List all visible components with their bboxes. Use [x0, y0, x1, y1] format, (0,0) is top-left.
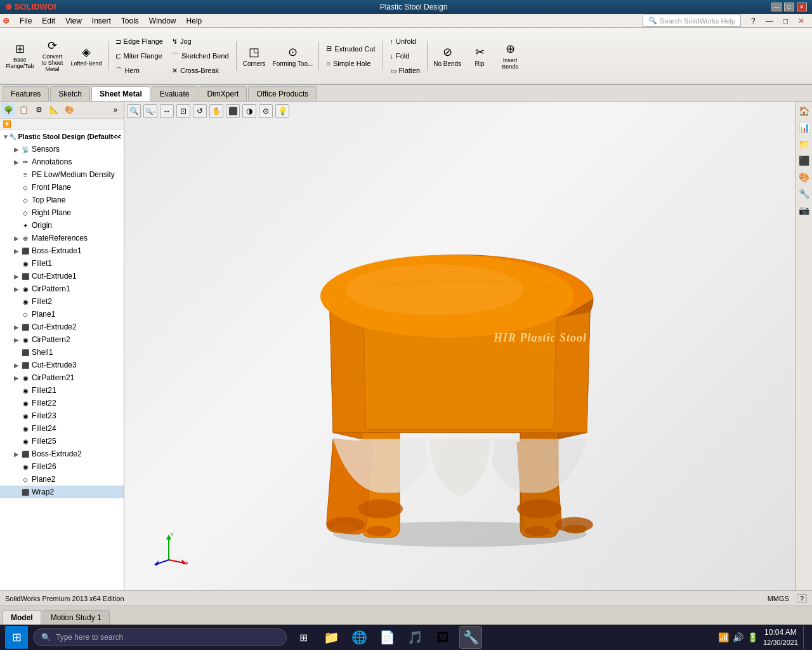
config-manager-btn[interactable]: ⚙ [32, 103, 46, 117]
tree-item-plane2[interactable]: ◇ Plane2 [0, 473, 124, 486]
tab-dimxpert[interactable]: DimXpert [199, 86, 247, 101]
start-button[interactable]: ⊞ [5, 626, 28, 649]
zoom-in-btn[interactable]: 🔍 [127, 104, 141, 118]
tree-item-wrap2[interactable]: ⬛ Wrap2 [0, 486, 124, 498]
rotate-btn[interactable]: ↺ [193, 104, 207, 118]
menu-insert[interactable]: Insert [87, 15, 116, 27]
insert-bends-btn[interactable]: ⊕ InsertBends [495, 39, 525, 72]
3d-viewport[interactable]: 🔍 🔍- ↔ ⊡ ↺ ✋ ⬛ ◑ ⊙ 💡 [124, 102, 796, 590]
tree-item-fillet25[interactable]: ◉ Fillet25 [0, 435, 124, 448]
menu-window[interactable]: Window [144, 15, 181, 27]
tree-item-top-plane[interactable]: ◇ Top Plane [0, 194, 124, 206]
menu-help[interactable]: Help [181, 15, 207, 27]
close-btn[interactable]: ✕ [797, 3, 807, 11]
tab-motion-study-1[interactable]: Motion Study 1 [43, 610, 110, 625]
tree-item-cirpattern2[interactable]: ▶ ◉ CirPattern2 [0, 333, 124, 346]
flatten-btn[interactable]: ▭ Flatten [386, 63, 425, 77]
taskbar-search[interactable]: 🔍 Type here to search [33, 628, 287, 646]
dim-xpert-btn[interactable]: 📐 [47, 103, 61, 117]
zoom-area-btn[interactable]: ⊡ [176, 104, 190, 118]
lofted-bend-btn[interactable]: ◈ Lofted-Bend [68, 39, 105, 72]
folder-btn[interactable]: 📁 [797, 137, 811, 151]
cross-break-btn[interactable]: ✕ Cross-Break [167, 63, 233, 77]
jog-btn[interactable]: ↯ Jog [167, 34, 233, 48]
show-desktop-btn[interactable] [803, 626, 807, 649]
tree-item-materefs[interactable]: ▶ ⊕ MateReferences [0, 232, 124, 244]
tree-item-fillet1[interactable]: ◉ Fillet1 [0, 257, 124, 270]
edge-flange-btn[interactable]: ⊐ Edge Flange [111, 34, 167, 48]
taskbar-app-music[interactable]: 🎵 [403, 626, 426, 649]
task-view-btn[interactable]: ⊞ [292, 626, 315, 649]
scene-btn[interactable]: ⬛ [797, 154, 811, 168]
taskbar-app-solidworks[interactable]: 🔧 [459, 626, 482, 649]
tree-item-fillet21[interactable]: ◉ Fillet21 [0, 384, 124, 397]
tree-item-sensors[interactable]: ▶ 📡 Sensors [0, 143, 124, 156]
maximize-btn[interactable]: □ [784, 3, 794, 11]
pan-btn[interactable]: ✋ [209, 104, 223, 118]
extruded-cut-btn[interactable]: ⊟ Extruded Cut [322, 42, 379, 56]
tree-item-shell1[interactable]: ⬛ Shell1 [0, 346, 124, 359]
view-orientation-btn[interactable]: ⬛ [226, 104, 240, 118]
taskbar-app-acrobat[interactable]: 📄 [376, 626, 398, 649]
tab-model[interactable]: Model [3, 610, 41, 625]
tab-office-products[interactable]: Office Products [248, 86, 317, 101]
help-btn[interactable]: ? [746, 15, 761, 27]
render-btn[interactable]: 🎨 [797, 170, 811, 184]
network-icon[interactable]: 📶 [718, 632, 729, 642]
tree-item-origin[interactable]: ✦ Origin [0, 219, 124, 232]
tree-item-front-plane[interactable]: ◇ Front Plane [0, 181, 124, 194]
tree-item-cut-extrude2[interactable]: ▶ ⬛ Cut-Extrude2 [0, 321, 124, 333]
no-bends-btn[interactable]: ⊘ No Bends [430, 39, 464, 72]
tree-item-fillet26[interactable]: ◉ Fillet26 [0, 460, 124, 473]
win-min[interactable]: — [761, 15, 778, 27]
rip-btn[interactable]: ✂ Rip [464, 39, 495, 72]
cameras-btn[interactable]: 📷 [797, 203, 811, 217]
menu-edit[interactable]: Edit [37, 15, 60, 27]
tree-item-material[interactable]: ≡ PE Low/Medium Density [0, 168, 124, 181]
tab-sketch[interactable]: Sketch [50, 86, 90, 101]
display-manager-btn[interactable]: 🎨 [62, 103, 76, 117]
tree-item-annotations[interactable]: ▶ ✏ Annotations [0, 156, 124, 168]
taskbar-app-chrome[interactable]: 🌐 [348, 626, 370, 649]
tree-item-plane1[interactable]: ◇ Plane1 [0, 308, 124, 321]
win-close[interactable]: ✕ [793, 15, 809, 27]
minimize-btn[interactable]: — [771, 3, 782, 11]
zoom-out-btn[interactable]: 🔍- [143, 104, 157, 118]
base-flange-tab-btn[interactable]: ⊞ BaseFlange/Tab [3, 39, 37, 72]
tree-item-boss-extrude1[interactable]: ▶ ⬛ Boss-Extrude1 [0, 244, 124, 257]
menu-tools[interactable]: Tools [116, 15, 144, 27]
zoom-fit-btn[interactable]: ↔ [160, 104, 174, 118]
tree-item-cirpattern21[interactable]: ▶ ◉ CirPattern21 [0, 371, 124, 384]
tree-item-fillet24[interactable]: ◉ Fillet24 [0, 422, 124, 435]
tab-features[interactable]: Features [3, 86, 49, 101]
lighting-btn[interactable]: 💡 [275, 104, 289, 118]
corners-btn[interactable]: ◳ Corners [239, 39, 270, 72]
fold-btn[interactable]: ↓ Fold [386, 49, 425, 63]
tree-item-fillet22[interactable]: ◉ Fillet22 [0, 397, 124, 409]
decals-btn[interactable]: 🔧 [797, 187, 811, 201]
battery-icon[interactable]: 🔋 [747, 632, 758, 642]
feature-manager-btn[interactable]: 🌳 [1, 103, 15, 117]
simple-hole-btn[interactable]: ○ Simple Hole [322, 56, 379, 70]
hem-btn[interactable]: ⌒ Hem [111, 63, 167, 77]
clock[interactable]: 10:04 AM 12/30/2021 [763, 628, 798, 647]
help-btn-status[interactable]: ? [797, 594, 807, 603]
search-box[interactable]: 🔍 Search SolidWorks Help [643, 15, 741, 27]
3d-view-btn[interactable]: 📊 [797, 121, 811, 135]
tab-evaluate[interactable]: Evaluate [152, 86, 198, 101]
tab-sheet-metal[interactable]: Sheet Metal [91, 86, 150, 101]
menu-file[interactable]: File [15, 15, 37, 27]
sketched-bend-btn[interactable]: ⌒ Sketched Bend [167, 49, 233, 63]
taskbar-app-photoshop[interactable]: 🖼 [431, 626, 454, 649]
tree-item-fillet23[interactable]: ◉ Fillet23 [0, 409, 124, 422]
miter-flange-btn[interactable]: ⊏ Miter Flange [111, 49, 167, 63]
tree-item-cirpattern1[interactable]: ▶ ◉ CirPattern1 [0, 282, 124, 295]
volume-icon[interactable]: 🔊 [733, 632, 743, 642]
forming-tool-btn[interactable]: ⊙ Forming Too... [270, 39, 317, 72]
taskbar-app-explorer[interactable]: 📁 [320, 626, 343, 649]
hide-show-btn[interactable]: ⊙ [259, 104, 273, 118]
tree-item-cut-extrude1[interactable]: ▶ ⬛ Cut-Extrude1 [0, 270, 124, 282]
property-manager-btn[interactable]: 📋 [16, 103, 30, 117]
tree-root-item[interactable]: ▼ 🔧 Plastic Stool Design (Default<< [0, 130, 124, 143]
tree-item-boss-extrude2[interactable]: ▶ ⬛ Boss-Extrude2 [0, 448, 124, 460]
